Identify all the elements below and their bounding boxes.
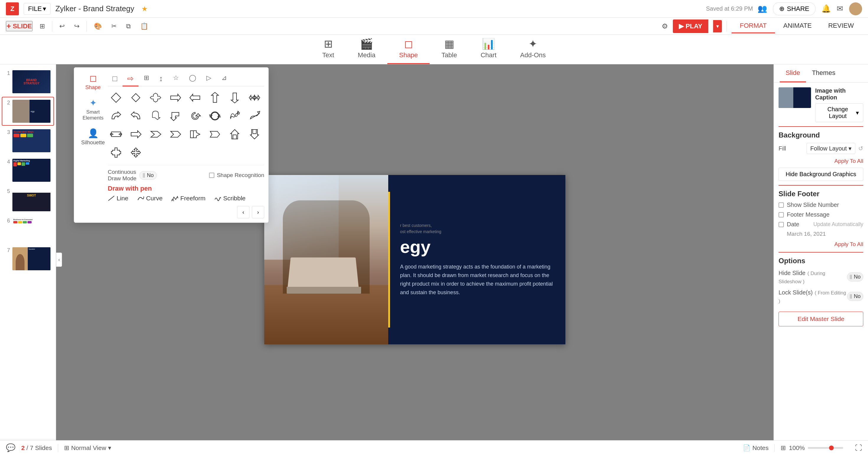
draw-tool-curve[interactable]: Curve	[137, 195, 163, 202]
collapse-sidebar-button[interactable]: ‹	[56, 253, 62, 267]
zoom-control: ⊞ 100%	[781, 444, 849, 451]
shape-tab-callout[interactable]: ↕	[154, 72, 168, 87]
view-mode-button[interactable]: ⊞ Normal View ▾	[64, 444, 111, 451]
panel-tab-themes[interactable]: Themes	[806, 64, 841, 82]
shape-arrow-up-box[interactable]	[226, 126, 243, 142]
slide-thumb-4[interactable]: 4 Digital Marketing	[2, 156, 54, 185]
play-dropdown-button[interactable]: ▾	[713, 20, 722, 32]
shape-recognition-checkbox[interactable]	[209, 173, 214, 178]
shape-chevron-right[interactable]	[147, 126, 164, 142]
undo-button[interactable]: ↩	[57, 21, 67, 31]
shape-double-arrow-box[interactable]	[108, 126, 124, 142]
shape-l-arrow[interactable]	[167, 108, 184, 124]
tab-format[interactable]: FORMAT	[732, 19, 775, 33]
shape-diamond-thin[interactable]	[128, 89, 144, 106]
shape-up-arrow[interactable]	[207, 89, 223, 106]
shape-thick-right[interactable]	[128, 126, 144, 142]
footer-message-checkbox[interactable]	[779, 212, 784, 218]
shape-tab-arrows[interactable]: ⇨	[123, 72, 138, 87]
zoom-slider[interactable]	[808, 447, 843, 449]
slide-thumb-7[interactable]: 7 Speaker	[2, 244, 54, 273]
apply-to-all-link-1[interactable]: Apply To All	[834, 158, 863, 164]
shape-tab-basic[interactable]: □	[108, 72, 122, 87]
draw-tool-line[interactable]: Line	[108, 195, 128, 202]
shape-category-shape[interactable]: ◻ Shape	[78, 73, 108, 91]
shape-arrow-down-box[interactable]	[246, 126, 263, 142]
continuous-mode-toggle[interactable]: || No	[140, 171, 157, 180]
tab-table[interactable]: ▦ Table	[430, 35, 469, 64]
apply-to-all-link-2[interactable]: Apply To All	[834, 241, 863, 247]
shape-tab-media[interactable]: ▷	[202, 72, 216, 87]
slide-thumb-2[interactable]: 2 egy	[2, 97, 54, 126]
slide-thumb-1[interactable]: 1 BRANDSTRATEGY	[2, 67, 54, 96]
show-slide-number-checkbox[interactable]	[779, 202, 784, 208]
slide-thumb-5[interactable]: 5 SWOT	[2, 185, 54, 214]
chat-top-icon[interactable]: ✉	[837, 4, 843, 13]
tab-media[interactable]: 🎬 Media	[346, 35, 388, 64]
notification-icon[interactable]: 🔔	[822, 4, 831, 13]
star-icon[interactable]: ★	[142, 5, 148, 13]
popup-prev-button[interactable]: ‹	[237, 206, 249, 218]
copy-icon[interactable]: ⧉	[124, 21, 133, 31]
fill-reset-icon[interactable]: ↺	[858, 145, 863, 152]
shape-cross-arrows[interactable]	[147, 89, 164, 106]
draw-tool-scribble[interactable]: Scribble	[214, 195, 246, 202]
tab-text[interactable]: ⊞ Text	[310, 35, 346, 64]
change-layout-button[interactable]: Change Layout ▾	[815, 103, 863, 122]
tab-review[interactable]: REVIEW	[820, 19, 862, 33]
shape-arrow-stripe[interactable]	[187, 126, 204, 142]
shape-wave-up[interactable]	[226, 108, 243, 124]
shape-double-circular[interactable]	[207, 108, 223, 124]
shape-curve-left[interactable]	[128, 108, 144, 124]
shape-category-silhouette[interactable]: 👤 Silhouette	[78, 128, 108, 146]
draw-tool-freeform[interactable]: Freeform	[172, 195, 206, 202]
slide-thumb-6[interactable]: 6 Business-to-Consumer	[2, 215, 54, 244]
shape-category-smart[interactable]: ✦ SmartElements	[78, 98, 108, 121]
shape-down-arrow[interactable]	[226, 89, 243, 106]
shape-move-cross[interactable]	[128, 144, 144, 161]
shape-tab-flowchart[interactable]: ⊞	[139, 72, 154, 87]
hide-background-graphics-button[interactable]: Hide Background Graphics	[779, 168, 863, 181]
user-avatar[interactable]	[849, 2, 862, 15]
shape-tab-stars[interactable]: ☆	[168, 72, 184, 87]
shape-chevron-narrow[interactable]	[167, 126, 184, 142]
layout-icon[interactable]: ⊞	[37, 21, 47, 31]
shape-diamond[interactable]	[108, 89, 124, 106]
notes-button[interactable]: 📄 Notes	[743, 444, 769, 451]
share-button[interactable]: ⊕ SHARE	[773, 2, 815, 15]
file-menu-button[interactable]: FILE ▾	[24, 3, 51, 15]
panel-tab-slide[interactable]: Slide	[780, 64, 806, 82]
shape-cross-4arrow[interactable]	[108, 144, 124, 161]
shape-double-v-arrow[interactable]	[246, 89, 263, 106]
popup-next-button[interactable]: ›	[252, 206, 264, 218]
edit-master-slide-button[interactable]: Edit Master Slide	[779, 312, 863, 326]
shape-tab-equation[interactable]: ◯	[184, 72, 201, 87]
fullscreen-button[interactable]: ⛶	[855, 444, 862, 452]
shape-u-turn[interactable]	[147, 108, 164, 124]
settings-icon[interactable]: ⚙	[662, 22, 668, 30]
redo-button[interactable]: ↪	[72, 21, 82, 31]
scissors-icon[interactable]: ✂	[109, 21, 119, 31]
slide-thumb-3[interactable]: 3 Sustainable Ways	[2, 126, 54, 155]
lock-slides-toggle[interactable]: || No	[847, 292, 863, 301]
add-slide-button[interactable]: + SLIDE	[6, 21, 32, 31]
shape-arrow-notch[interactable]	[207, 126, 223, 142]
collab-icon[interactable]: 👥	[757, 4, 767, 13]
fill-select[interactable]: Follow Layout ▾	[807, 143, 855, 154]
tab-shape[interactable]: ◻ Shape	[388, 35, 430, 64]
tab-animate[interactable]: ANIMATE	[775, 19, 820, 33]
hide-slide-toggle[interactable]: || No	[847, 272, 863, 282]
play-button[interactable]: ▶ PLAY	[673, 20, 708, 33]
tab-addons[interactable]: ✦ Add-Ons	[508, 35, 558, 64]
tab-chart[interactable]: 📊 Chart	[469, 35, 508, 64]
chat-icon[interactable]: 💬	[6, 443, 16, 452]
shape-curve-right[interactable]	[108, 108, 124, 124]
shape-left-arrow[interactable]	[187, 89, 204, 106]
shape-tab-misc[interactable]: ⊿	[217, 72, 231, 87]
date-checkbox[interactable]	[779, 222, 784, 227]
paste-icon[interactable]: 📋	[138, 21, 151, 31]
paint-icon[interactable]: 🎨	[92, 21, 104, 31]
shape-right-arrow[interactable]	[167, 89, 184, 106]
shape-s-arrow[interactable]	[246, 108, 263, 124]
shape-circular-arrow[interactable]	[187, 108, 204, 124]
